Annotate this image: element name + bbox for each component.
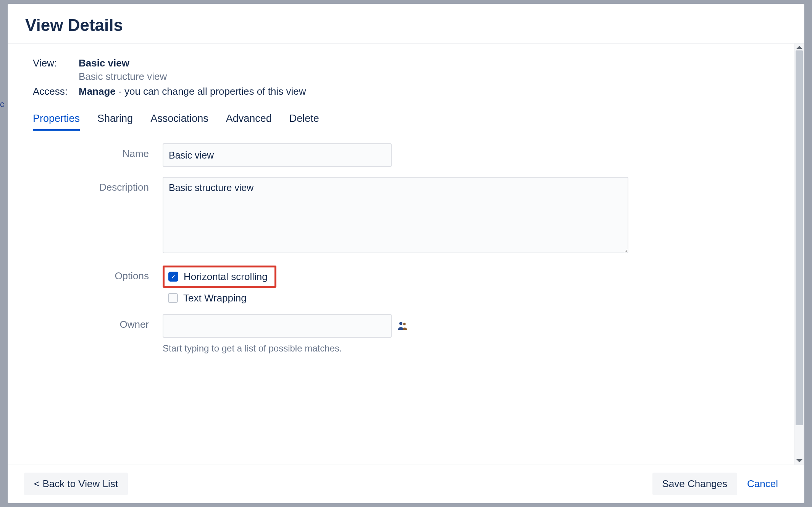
scroll-thumb[interactable] [796,50,803,425]
name-label: Name [33,143,163,160]
access-value: Manage - you can change all properties o… [79,86,306,97]
highlighted-horizontal-scrolling: ✓ Horizontal scrolling [163,266,276,288]
scroll-up-icon[interactable] [796,46,802,49]
people-picker-icon[interactable] [397,320,408,332]
scroll-down-icon[interactable] [796,459,802,462]
owner-input[interactable] [163,314,392,338]
view-description: Basic structure view [79,71,769,83]
modal-body-wrap: View: Basic view Basic structure view Ac… [8,44,804,465]
access-suffix: - you can change all properties of this … [116,86,306,97]
checkbox-text-wrapping[interactable]: Text Wrapping [163,292,769,304]
description-input[interactable] [163,177,628,253]
form-row-description: Description [33,177,769,256]
tab-sharing[interactable]: Sharing [97,113,133,131]
access-meta-row: Access: Manage - you can change all prop… [33,86,769,97]
tab-delete[interactable]: Delete [289,113,319,131]
svg-point-1 [403,322,406,325]
checkbox-icon-checked: ✓ [168,272,178,282]
save-changes-button[interactable]: Save Changes [652,473,738,495]
modal-footer: < Back to View List Save Changes Cancel [8,465,804,503]
form-row-owner: Owner Start typing to [33,314,769,354]
checkbox-icon-unchecked [168,293,178,303]
svg-point-0 [399,322,402,325]
options-label: Options [33,266,163,282]
background-obscured-text: c [0,0,8,507]
owner-label: Owner [33,314,163,330]
checkbox-label-horizontal-scrolling: Horizontal scrolling [184,271,268,283]
access-level: Manage [79,86,116,97]
tab-associations[interactable]: Associations [150,113,208,131]
view-meta-row: View: Basic view [33,57,769,69]
form-row-name: Name [33,143,769,167]
view-name: Basic view [79,57,129,69]
modal-header: View Details [8,4,804,44]
view-label: View: [33,57,79,69]
scroll-track[interactable] [794,50,804,458]
tab-advanced[interactable]: Advanced [226,113,272,131]
modal-body: View: Basic view Basic structure view Ac… [8,44,794,465]
vertical-scrollbar[interactable] [794,44,804,465]
description-label: Description [33,177,163,193]
view-details-modal: View Details View: Basic view Basic stru… [8,4,804,503]
form-row-options: Options ✓ Horizontal scrolling Text Wrap… [33,266,769,304]
tab-properties[interactable]: Properties [33,113,80,131]
back-to-view-list-button[interactable]: < Back to View List [24,473,128,495]
tabs: Properties Sharing Associations Advanced… [33,113,769,130]
modal-title: View Details [25,16,787,35]
access-label: Access: [33,86,79,97]
checkbox-horizontal-scrolling[interactable]: ✓ Horizontal scrolling [168,271,268,283]
options-group: ✓ Horizontal scrolling Text Wrapping [163,266,769,304]
owner-helper-text: Start typing to get a list of possible m… [163,343,769,354]
name-input[interactable] [163,143,392,167]
checkbox-label-text-wrapping: Text Wrapping [183,292,247,304]
cancel-button[interactable]: Cancel [737,473,788,495]
